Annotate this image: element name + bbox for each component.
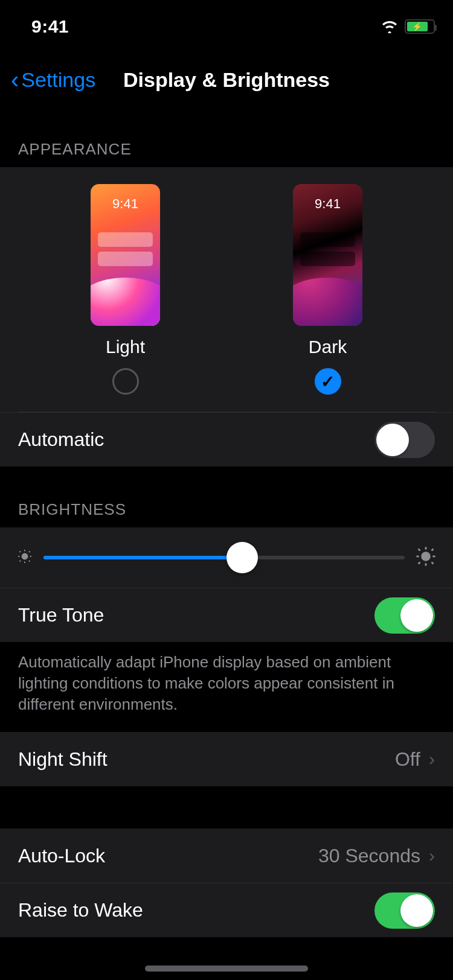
widget-placeholder — [300, 232, 355, 247]
chevron-right-icon: › — [429, 749, 435, 769]
raise-to-wake-label: Raise to Wake — [18, 899, 143, 921]
svg-point-0 — [22, 554, 28, 559]
dark-mode-radio[interactable]: ✓ — [315, 368, 341, 395]
back-button[interactable]: ‹ Settings — [0, 68, 95, 92]
widget-placeholder — [98, 252, 153, 266]
light-mode-label: Light — [106, 337, 145, 357]
status-right: ⚡ — [381, 19, 435, 34]
night-shift-label: Night Shift — [18, 748, 108, 771]
auto-lock-label: Auto-Lock — [18, 845, 105, 867]
true-tone-switch[interactable] — [374, 597, 435, 634]
slider-fill — [43, 556, 242, 559]
sun-min-icon — [17, 549, 33, 567]
svg-line-8 — [20, 561, 21, 562]
true-tone-row: True Tone — [0, 588, 453, 642]
nav-bar: ‹ Settings Display & Brightness — [0, 53, 453, 106]
true-tone-description: Automatically adapt iPhone display based… — [0, 642, 453, 732]
slider-thumb[interactable] — [226, 542, 258, 573]
lock-group: Auto-Lock 30 Seconds › Raise to Wake — [0, 829, 453, 937]
brightness-slider-row — [0, 527, 453, 588]
dark-mode-option[interactable]: 9:41 Dark ✓ — [293, 184, 362, 395]
auto-lock-value: 30 Seconds — [318, 845, 420, 867]
sun-max-icon — [416, 546, 436, 569]
night-shift-value: Off — [395, 748, 420, 771]
status-bar: 9:41 ⚡ — [0, 0, 453, 53]
svg-line-5 — [20, 552, 21, 553]
wifi-icon — [381, 20, 399, 33]
raise-to-wake-switch[interactable] — [374, 892, 435, 929]
light-mode-option[interactable]: 9:41 Light — [91, 184, 160, 395]
switch-knob — [400, 599, 433, 632]
chevron-left-icon: ‹ — [11, 68, 19, 92]
auto-lock-row[interactable]: Auto-Lock 30 Seconds › — [0, 829, 453, 883]
appearance-header: APPEARANCE — [0, 106, 453, 167]
automatic-switch[interactable] — [374, 422, 435, 458]
wallpaper-wave — [293, 278, 362, 326]
svg-line-17 — [419, 562, 420, 564]
raise-to-wake-row: Raise to Wake — [0, 883, 453, 937]
light-mode-preview: 9:41 — [91, 184, 160, 326]
widget-placeholder — [98, 232, 153, 247]
night-shift-row[interactable]: Night Shift Off › — [0, 732, 453, 786]
status-time: 9:41 — [31, 16, 69, 37]
true-tone-label: True Tone — [18, 604, 104, 626]
brightness-group: True Tone — [0, 527, 453, 642]
appearance-group: 9:41 Light 9:41 Dark ✓ — [0, 167, 453, 466]
switch-knob — [400, 894, 433, 927]
dark-mode-preview: 9:41 — [293, 184, 362, 326]
wallpaper-wave — [91, 278, 160, 326]
dark-mode-label: Dark — [309, 337, 347, 357]
night-shift-group: Night Shift Off › — [0, 732, 453, 786]
switch-knob — [376, 424, 409, 456]
checkmark-icon: ✓ — [321, 372, 335, 392]
brightness-header: BRIGHTNESS — [0, 466, 453, 527]
chevron-right-icon: › — [429, 845, 435, 866]
svg-line-14 — [419, 549, 420, 551]
group-gap — [0, 786, 453, 829]
light-mode-radio[interactable] — [112, 368, 139, 395]
automatic-label: Automatic — [18, 428, 104, 451]
svg-line-16 — [431, 549, 433, 551]
brightness-slider[interactable] — [43, 556, 405, 559]
svg-line-15 — [431, 562, 433, 564]
appearance-picker: 9:41 Light 9:41 Dark ✓ — [0, 167, 453, 412]
automatic-row: Automatic — [0, 412, 453, 466]
svg-point-9 — [422, 553, 430, 561]
back-label: Settings — [21, 68, 95, 92]
screen: 9:41 ⚡ ‹ Settings Display & Brightness A… — [0, 0, 453, 980]
preview-time: 9:41 — [91, 196, 160, 212]
svg-line-6 — [29, 561, 30, 562]
preview-time: 9:41 — [293, 196, 362, 212]
home-indicator[interactable] — [145, 966, 308, 972]
widget-placeholder — [300, 252, 355, 266]
battery-charging-icon: ⚡ — [405, 19, 435, 34]
svg-line-7 — [29, 552, 30, 553]
